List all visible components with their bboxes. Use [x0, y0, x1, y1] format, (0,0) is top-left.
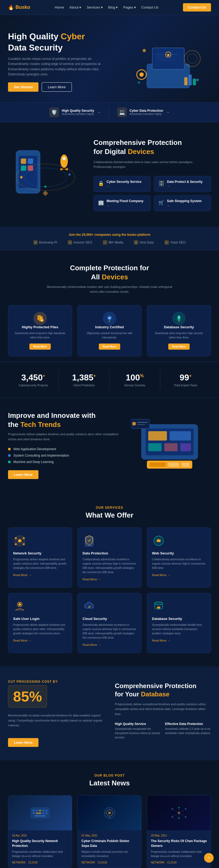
blog-section: Our Blog Post Latest News	[0, 760, 219, 868]
stat-num-1: 3,450+	[11, 373, 56, 382]
blog-link-network-1[interactable]: NETWORK	[12, 861, 26, 864]
blog-link-network-2[interactable]: NETWORK	[81, 861, 95, 864]
offer-link-2[interactable]: Read More	[82, 578, 137, 581]
svg-rect-84	[42, 810, 44, 811]
blog-post-links-3: NETWORK CLOUD	[151, 861, 207, 864]
service-arrow-4[interactable]: →	[167, 204, 202, 207]
db-title-2: for Your	[115, 690, 141, 698]
cp-title-2: All	[91, 273, 102, 281]
stat-1: 3,450+ Cybersecurity Projects	[8, 370, 59, 390]
hero-title: High Quality Cyber Data Security	[8, 31, 104, 53]
svg-point-38	[107, 316, 112, 320]
svg-line-106	[179, 809, 186, 813]
blog-card-2: 01 May, 2021 Cyber Criminals Publish Sto…	[77, 795, 142, 868]
blog-link-network-3[interactable]: NETWORK	[151, 861, 165, 864]
blog-link-cloud-3[interactable]: CLOUD	[167, 861, 177, 864]
blog-cyber-icon	[99, 805, 120, 821]
nav-blog[interactable]: Blog ▾	[108, 5, 118, 9]
tech-learn-more-button[interactable]: Learn More	[8, 470, 38, 479]
svg-line-105	[172, 809, 179, 813]
hero-title-prefix: High Quality	[8, 32, 61, 41]
db-description: Monotonectally incubate exceptional time…	[8, 713, 104, 728]
card-btn-1[interactable]: Read More	[29, 343, 50, 350]
nav-pages[interactable]: Pages ▾	[123, 5, 136, 9]
blog-card-3: 29 May, 2021 The Security Risks Of Chan …	[147, 795, 211, 868]
partner-label-5: Yoast SEO	[170, 241, 186, 244]
partner-label-1: Bootcamp Pl	[39, 241, 57, 244]
svg-rect-51	[180, 443, 191, 451]
blog-date-2: 01 May, 2021	[81, 834, 138, 837]
blog-link-cloud-1[interactable]: CLOUD	[28, 861, 38, 864]
db-learn-more-button[interactable]: Learn More	[8, 738, 38, 747]
offer-link-6[interactable]: Read More	[152, 639, 206, 642]
blog-label: Our Blog Post	[8, 774, 211, 777]
stat-value-1: 3,450	[22, 373, 43, 382]
offer-card-3: Web Security Collaboratively administrat…	[147, 527, 211, 588]
tech-list-item-3: Machine and Deep Learning	[8, 460, 120, 464]
offer-icon-2	[82, 534, 96, 548]
offer-desc-6: Synergistically reintermediate flexible …	[152, 623, 206, 636]
stat-num-2: 1,385+	[62, 373, 107, 382]
comprehensive-section: Comprehensive Protection for Digital Dev…	[0, 122, 219, 227]
offer-desc-4: Progressively deliver adaptive timelines…	[13, 623, 67, 636]
feature-title-1: High Quality Security	[62, 109, 95, 113]
blog-body-2: 01 May, 2021 Cyber Criminals Publish Sto…	[78, 830, 141, 868]
card-3: Database Security Seamlessly drive long-…	[147, 305, 211, 356]
tech-title-line1: Improve and Innovate with	[8, 411, 96, 420]
feature-item-1: 🛡️ High Quality Security Assertively tra…	[41, 107, 109, 117]
service-title-3: Meeting Fixed Company	[107, 199, 143, 203]
service-arrow-3[interactable]: →	[107, 204, 143, 207]
nav-cta-button[interactable]: Contact Us	[183, 3, 211, 11]
nav-home[interactable]: Home	[55, 5, 64, 9]
hero-secondary-button[interactable]: Learn More	[42, 82, 72, 92]
card-icon-3	[172, 312, 186, 325]
offer-icon-5	[82, 599, 96, 613]
offer-grid: Network Security Progressively deliver a…	[8, 527, 211, 653]
card-btn-2[interactable]: Read More	[99, 343, 120, 350]
partners-text-prefix: Join the	[69, 233, 82, 237]
offer-link-5[interactable]: Read More	[82, 643, 137, 646]
svg-rect-47	[148, 431, 167, 440]
tech-list-item-1: Web Application Development	[8, 447, 120, 451]
scroll-top-button[interactable]: ↑	[204, 853, 214, 863]
blog-body-1: 18 Apr, 2021 High Quality Security Netwo…	[8, 830, 72, 868]
stat-label-2: Client Protection	[62, 383, 107, 387]
comp-title-highlight: Devices	[128, 148, 154, 156]
partner-label-4: Host Data	[139, 241, 153, 244]
svg-point-93	[108, 812, 111, 814]
offer-link-4[interactable]: Read More	[13, 639, 67, 642]
svg-rect-20	[21, 158, 26, 164]
partner-5: Y Yoast SEO	[165, 240, 186, 245]
card-icon-1	[33, 312, 47, 325]
blog-link-cloud-2[interactable]: CLOUD	[98, 861, 107, 864]
svg-rect-90	[35, 815, 45, 817]
service-arrow-1[interactable]: →	[107, 185, 142, 188]
database-section: Cut Processing Cost By 85% Monotonectall…	[0, 666, 219, 760]
offer-link-1[interactable]: Read More	[13, 574, 67, 577]
nav-about[interactable]: About ▾	[69, 5, 81, 9]
feature-item-2: 💻 Cyber Data Protection Assertively tran…	[109, 107, 178, 117]
partners-text-suffix: companies using the busko platform	[94, 233, 150, 237]
card-btn-3[interactable]: Read More	[168, 343, 189, 350]
cards-grid: Highly Protected Files Seamlessly drive …	[0, 300, 219, 362]
blog-post-links-1: NETWORK CLOUD	[12, 861, 68, 864]
offer-icon-3	[152, 534, 165, 548]
nav-contact[interactable]: Contact Us	[141, 5, 158, 9]
service-arrow-2[interactable]: →	[167, 185, 203, 188]
feature-arrow-1[interactable]: →	[97, 110, 101, 115]
tech-dot-3	[8, 461, 11, 463]
service-card-1: 🔒 Cyber Security Service →	[94, 176, 151, 192]
db-features: High Quality Service Synergistically rec…	[115, 722, 211, 740]
hero-title-line2: Data Security	[8, 43, 63, 52]
feature-arrow-2[interactable]: →	[166, 110, 170, 115]
offer-link-3[interactable]: Read More	[152, 574, 206, 577]
blog-overlay-3	[147, 796, 211, 830]
nav-services[interactable]: Services ▾	[86, 5, 103, 9]
comp-right-content: Comprehensive Protection for Digital Dev…	[94, 138, 211, 211]
blog-post-links-2: NETWORK CLOUD	[81, 861, 138, 864]
service-icon-2: 🗄️	[158, 181, 164, 186]
network-icon	[13, 534, 27, 548]
hero-primary-button[interactable]: Get Started	[8, 82, 38, 92]
svg-point-11	[187, 54, 197, 63]
db-right-title: Comprehensive Protection for Your Databa…	[115, 682, 211, 698]
